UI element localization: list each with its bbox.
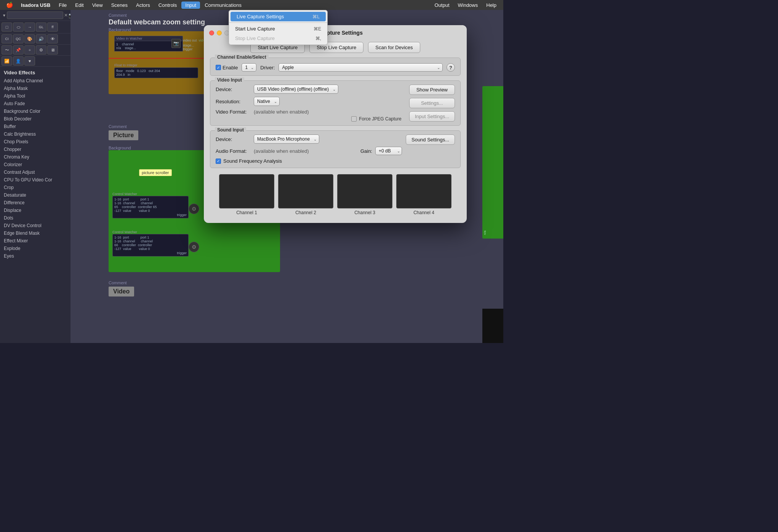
help-button[interactable]: ? xyxy=(447,63,455,72)
icon-btn-qc[interactable]: QC xyxy=(13,34,24,43)
sidebar-item-calc-brightness[interactable]: Calc Brightness xyxy=(0,130,70,138)
video-input-fields: Device: USB Video (offline) (offline) (o… xyxy=(216,85,402,122)
sidebar-item-desaturate[interactable]: Desaturate xyxy=(0,191,70,199)
menu-communications[interactable]: Communications xyxy=(201,2,245,9)
icon-btn-palette[interactable]: 🎨 xyxy=(24,34,35,43)
sidebar-item-dv-device[interactable]: DV Device Control xyxy=(0,222,70,229)
menu-actors[interactable]: Actors xyxy=(132,2,154,9)
menu-output[interactable]: Output xyxy=(431,2,453,9)
dropdown-live-capture-settings[interactable]: Live Capture Settings ⌘L xyxy=(231,12,326,21)
close-button[interactable] xyxy=(209,30,214,35)
settings-button[interactable]: Settings... xyxy=(409,98,455,108)
channel-select-container[interactable]: 1 ⌄ xyxy=(242,63,256,72)
live-capture-dialog[interactable]: Live Capture Settings Start Live Capture… xyxy=(204,25,467,223)
sidebar-icons-row4: 📶 👤 ♥ xyxy=(0,56,70,67)
sidebar-item-edge-blend[interactable]: Edge Blend Mask xyxy=(0,229,70,237)
menu-view[interactable]: View xyxy=(88,2,107,9)
driver-select-container[interactable]: Apple ⌄ xyxy=(279,63,443,72)
menu-controls[interactable]: Controls xyxy=(155,2,181,9)
sidebar-item-eyes[interactable]: Eyes xyxy=(0,252,70,260)
icon-btn-pin[interactable]: 📌 xyxy=(13,45,24,54)
sidebar-item-contrast-adjust[interactable]: Contrast Adjust xyxy=(0,168,70,176)
stage-label: stage... xyxy=(183,43,194,47)
scene2-block: Comment Picture xyxy=(109,124,138,140)
force-jpeg-checkbox[interactable] xyxy=(351,116,357,122)
sound-freq-checkbox[interactable]: ✓ xyxy=(216,159,221,164)
gain-select-container[interactable]: +0 dB ⌄ xyxy=(375,147,402,155)
icon-btn-divide[interactable]: ÷ xyxy=(24,45,35,54)
menu-scenes[interactable]: Scenes xyxy=(107,2,131,9)
enable-checkbox-container[interactable]: ✓ Enable xyxy=(216,65,238,71)
icon-btn-eye[interactable]: 👁 xyxy=(47,34,58,43)
device-row: Device: USB Video (offline) (offline) (o… xyxy=(216,85,402,94)
sidebar-item-effect-mixer[interactable]: Effect Mixer xyxy=(0,237,70,245)
icon-btn-signal[interactable]: 📶 xyxy=(2,56,12,66)
scene3-comment-label: Comment xyxy=(109,280,134,285)
sound-settings-button[interactable]: Sound Settings... xyxy=(406,135,455,145)
sound-input-fields: Device: MacBook Pro Microphone ⌄ xyxy=(216,135,402,164)
icon-btn-gl[interactable]: GL xyxy=(36,22,46,32)
sidebar-item-blob-decoder[interactable]: Blob Decoder xyxy=(0,115,70,123)
sidebar-item-chop-pixels[interactable]: Chop Pixels xyxy=(0,138,70,146)
sound-device-select[interactable]: MacBook Pro Microphone ⌄ xyxy=(254,135,319,144)
icon-btn-circle[interactable]: ⬭ xyxy=(13,22,24,32)
minimize-button[interactable] xyxy=(217,30,222,35)
icon-btn-rect[interactable]: □ xyxy=(2,22,12,32)
sidebar-item-chopper[interactable]: Chopper xyxy=(0,146,70,153)
sidebar-item-alpha-mask[interactable]: Alpha Mask xyxy=(0,85,70,92)
icon-btn-heart[interactable]: ♥ xyxy=(24,56,35,66)
sidebar-clear-icon[interactable]: ✕ xyxy=(64,13,68,18)
sidebar-item-background-color[interactable]: Background Color xyxy=(0,107,70,115)
sidebar-item-explode[interactable]: Explode xyxy=(0,245,70,252)
menu-windows[interactable]: Windows xyxy=(454,2,482,9)
icon-btn-ff[interactable]: ff xyxy=(47,22,58,32)
sound-freq-label: Sound Frequency Analysis xyxy=(223,158,282,164)
icon-btn-person[interactable]: 👤 xyxy=(13,56,24,66)
dialog-body: Channel Enable/Select ✓ Enable 1 ⌄ xyxy=(204,58,467,223)
input-settings-button[interactable]: Input Settings... xyxy=(409,111,455,122)
device-select-container[interactable]: USB Video (offline) (offline) (offline) … xyxy=(254,85,402,94)
menu-input[interactable]: Input xyxy=(181,2,200,9)
sidebar-item-auto-fade[interactable]: Auto Fade xyxy=(0,100,70,107)
sidebar-item-crop[interactable]: Crop xyxy=(0,184,70,191)
show-preview-button[interactable]: Show Preview xyxy=(409,85,455,95)
preview-box-4 xyxy=(396,174,451,208)
gain-select[interactable]: +0 dB ⌄ xyxy=(375,147,402,155)
enable-checkbox[interactable]: ✓ xyxy=(216,65,221,70)
channel-section: Channel Enable/Select ✓ Enable 1 ⌄ xyxy=(210,58,461,76)
resolution-select[interactable]: Native ⌄ xyxy=(254,97,280,106)
control-watcher-2-label: Control Watcher 1-16 port port 1 1-16 ch… xyxy=(112,230,189,256)
apple-menu[interactable]: 🍎 xyxy=(3,2,16,8)
dropdown-start-live-capture[interactable]: Start Live Capture ⌘E xyxy=(229,24,327,34)
sidebar-item-add-alpha[interactable]: Add Alpha Channel xyxy=(0,77,70,85)
menu-edit[interactable]: Edit xyxy=(71,2,87,9)
content-area: Comment Default webcam zoom setting Back… xyxy=(70,10,503,343)
input-dropdown-menu: Live Capture Settings ⌘L Start Live Capt… xyxy=(229,10,328,45)
menu-file[interactable]: File xyxy=(55,2,70,9)
icon-btn-gear[interactable]: ⚙ xyxy=(36,45,46,54)
sidebar-item-chroma-key[interactable]: Chroma Key xyxy=(0,153,70,161)
icon-btn-arrow[interactable]: → xyxy=(24,22,35,32)
sidebar-search-input[interactable] xyxy=(7,11,63,19)
channel-4-label: Channel 4 xyxy=(413,210,434,215)
icon-btn-ci[interactable]: CI xyxy=(2,34,12,43)
icon-btn-screen[interactable]: 🖥 xyxy=(47,45,58,54)
sidebar-item-colorizer[interactable]: Colorizer xyxy=(0,161,70,168)
channel-select[interactable]: 1 ⌄ xyxy=(242,63,256,72)
icon-btn-audio[interactable]: 🔊 xyxy=(36,34,46,43)
channel-preview-2: Channel 2 xyxy=(278,174,333,215)
menu-help[interactable]: Help xyxy=(482,2,500,9)
channel-3-label: Channel 3 xyxy=(354,210,375,215)
resolution-select-container[interactable]: Native ⌄ xyxy=(254,97,402,106)
sidebar-item-cpu-to-gpu[interactable]: CPU To GPU Video Cor xyxy=(0,176,70,184)
driver-select[interactable]: Apple ⌄ xyxy=(279,63,443,72)
sidebar-item-alpha-tool[interactable]: Alpha Tool xyxy=(0,92,70,100)
icon-btn-wave[interactable]: 〜 xyxy=(2,45,12,54)
sidebar-item-difference[interactable]: Difference xyxy=(0,199,70,207)
scan-for-devices-button[interactable]: Scan for Devices xyxy=(368,42,420,53)
sidebar-item-displace[interactable]: Displace xyxy=(0,207,70,214)
sound-device-select-container[interactable]: MacBook Pro Microphone ⌄ xyxy=(254,135,402,144)
sidebar-item-buffer[interactable]: Buffer xyxy=(0,123,70,130)
device-select[interactable]: USB Video (offline) (offline) (offline) … xyxy=(254,85,338,94)
sidebar-item-dots[interactable]: Dots xyxy=(0,214,70,222)
